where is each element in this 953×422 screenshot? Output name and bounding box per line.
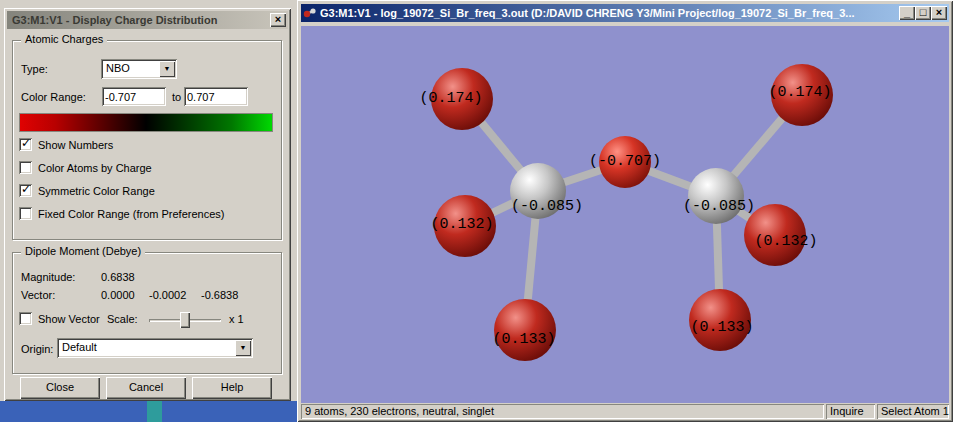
- dipole-moment-legend: Dipole Moment (Debye): [21, 245, 145, 257]
- molecule-svg[interactable]: (0.174)(0.174)(-0.085)(-0.085)(-0.707)(0…: [301, 26, 949, 403]
- viewer-statusbar: 9 atoms, 230 electrons, neutral, singlet…: [301, 404, 949, 419]
- maximize-button[interactable]: □: [915, 6, 931, 20]
- symmetric-color-range-label: Symmetric Color Range: [38, 185, 155, 197]
- help-button[interactable]: Help: [192, 377, 272, 399]
- color-atoms-by-charge-row[interactable]: Color Atoms by Charge: [19, 160, 152, 175]
- chevron-down-icon[interactable]: ▼: [159, 61, 175, 77]
- close-icon: ×: [936, 6, 942, 18]
- atomic-charges-group: Atomic Charges Type: NBO ▼ Color Range: …: [12, 40, 282, 240]
- maximize-icon: □: [920, 6, 927, 18]
- dialog-title: G3:M1:V1 - Display Charge Distribution: [12, 14, 270, 26]
- type-value: NBO: [106, 62, 130, 74]
- minimize-icon: _: [904, 6, 910, 18]
- dialog-titlebar[interactable]: G3:M1:V1 - Display Charge Distribution ×: [7, 11, 288, 29]
- close-icon: ×: [275, 13, 281, 25]
- taskbar-accent: [147, 401, 162, 422]
- charge-label: (0.132): [430, 216, 493, 233]
- charge-label: (-0.085): [511, 198, 583, 215]
- status-mode: Inquire: [826, 404, 875, 419]
- show-vector-checkbox[interactable]: [19, 312, 32, 325]
- viewer-title: G3:M1:V1 - log_19072_Si_Br_freq_3.out (D…: [320, 7, 895, 19]
- scale-label: Scale:: [107, 313, 138, 325]
- color-gradient-bar: [19, 113, 273, 132]
- show-numbers-row[interactable]: Show Numbers: [19, 137, 113, 152]
- show-vector-row[interactable]: Show Vector: [19, 311, 100, 326]
- origin-value: Default: [62, 341, 97, 353]
- charge-label: (0.133): [690, 319, 753, 336]
- atom-si[interactable]: [688, 168, 744, 224]
- color-range-max-input[interactable]: [184, 87, 248, 106]
- vector-z-value: -0.6838: [201, 289, 238, 301]
- symmetric-color-range-checkbox[interactable]: [19, 184, 32, 197]
- vector-x-value: 0.0000: [101, 289, 135, 301]
- close-button[interactable]: Close: [20, 377, 100, 399]
- viewer-close-button[interactable]: ×: [931, 6, 947, 20]
- show-vector-label: Show Vector: [38, 313, 100, 325]
- magnitude-value: 0.6838: [101, 271, 135, 283]
- cancel-button[interactable]: Cancel: [106, 377, 186, 399]
- charge-label: (0.133): [492, 331, 555, 348]
- symmetric-color-range-row[interactable]: Symmetric Color Range: [19, 183, 155, 198]
- show-numbers-checkbox[interactable]: [19, 138, 32, 151]
- status-summary: 9 atoms, 230 electrons, neutral, singlet: [301, 404, 824, 419]
- charge-distribution-dialog: G3:M1:V1 - Display Charge Distribution ×…: [4, 8, 291, 401]
- type-combobox[interactable]: NBO ▼: [101, 59, 177, 79]
- chevron-down-icon[interactable]: ▼: [235, 340, 251, 356]
- atomic-charges-legend: Atomic Charges: [21, 33, 107, 45]
- color-range-min-input[interactable]: [102, 87, 166, 106]
- status-selection: Select Atom 1: [877, 404, 949, 419]
- scale-slider[interactable]: [149, 311, 221, 329]
- origin-combobox[interactable]: Default ▼: [57, 338, 253, 358]
- charge-label: (0.174): [419, 90, 482, 107]
- minimize-button[interactable]: _: [899, 6, 915, 20]
- fixed-color-range-row[interactable]: Fixed Color Range (from Preferences): [19, 206, 224, 221]
- fixed-color-range-checkbox[interactable]: [19, 207, 32, 220]
- origin-label: Origin:: [21, 343, 53, 355]
- dipole-moment-group: Dipole Moment (Debye) Magnitude: 0.6838 …: [12, 252, 282, 374]
- molecule-icon: [303, 6, 317, 20]
- type-label: Type:: [21, 63, 48, 75]
- vector-label: Vector:: [21, 289, 55, 301]
- dialog-close-button[interactable]: ×: [270, 13, 286, 27]
- magnitude-label: Magnitude:: [21, 271, 75, 283]
- vector-y-value: -0.0002: [149, 289, 186, 301]
- fixed-color-range-label: Fixed Color Range (from Preferences): [38, 208, 224, 220]
- color-atoms-by-charge-label: Color Atoms by Charge: [38, 162, 152, 174]
- charge-label: (0.132): [754, 233, 817, 250]
- charge-label: (0.174): [768, 84, 831, 101]
- viewer-titlebar[interactable]: G3:M1:V1 - log_19072_Si_Br_freq_3.out (D…: [301, 4, 949, 22]
- molecule-viewer-window: G3:M1:V1 - log_19072_Si_Br_freq_3.out (D…: [297, 0, 953, 422]
- charge-label: (-0.707): [589, 153, 661, 170]
- color-atoms-by-charge-checkbox[interactable]: [19, 161, 32, 174]
- show-numbers-label: Show Numbers: [38, 139, 113, 151]
- slider-thumb[interactable]: [180, 312, 190, 328]
- charge-label: (-0.085): [683, 198, 755, 215]
- scale-suffix: x 1: [229, 313, 244, 325]
- molecule-canvas[interactable]: (0.174)(0.174)(-0.085)(-0.085)(-0.707)(0…: [301, 26, 949, 403]
- color-range-to-label: to: [172, 91, 181, 103]
- color-range-label: Color Range:: [21, 91, 86, 103]
